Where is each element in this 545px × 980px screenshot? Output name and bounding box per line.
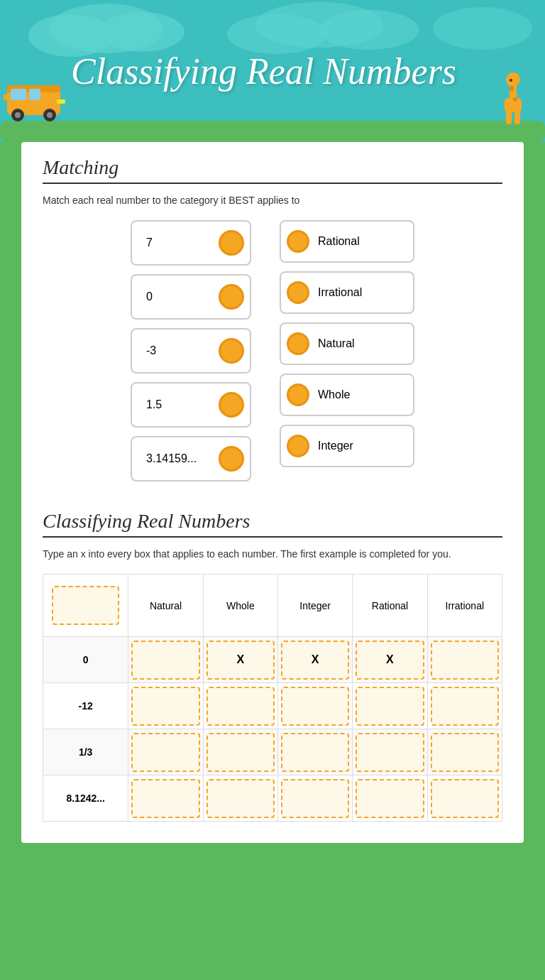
match-box-pi[interactable]: 3.14159... [131, 436, 251, 481]
classify-cell[interactable] [427, 683, 502, 729]
cell-number-0: 0 [43, 637, 128, 683]
match-connector-irrational[interactable] [287, 281, 309, 304]
match-box-rational[interactable]: Rational [280, 220, 414, 263]
classify-cell[interactable] [203, 775, 277, 822]
matching-instructions: Match each real number to the category i… [43, 195, 502, 206]
classify-cell[interactable] [277, 729, 352, 775]
svg-point-16 [47, 112, 53, 118]
match-box-1.5[interactable]: 1.5 [131, 382, 251, 428]
cell-input[interactable] [131, 733, 199, 772]
cell-input[interactable] [131, 641, 199, 680]
table-row: 0XXX [43, 637, 502, 683]
classify-cell[interactable]: X [277, 637, 352, 683]
classifying-instructions: Type an x into every box that applies to… [43, 548, 502, 560]
cell-input[interactable] [207, 779, 275, 818]
classify-cell[interactable] [427, 729, 502, 775]
cell-input[interactable] [356, 733, 424, 772]
classifying-section: Classifying Real Numbers Type an x into … [43, 510, 502, 822]
match-item-whole: Whole [280, 374, 414, 416]
cell-input[interactable] [356, 687, 424, 726]
header-rational: Rational [353, 575, 427, 637]
classify-cell[interactable] [128, 683, 203, 729]
classify-cell[interactable] [128, 729, 203, 775]
svg-point-3 [99, 12, 185, 52]
match-item-7: 7 [131, 220, 251, 266]
match-box-7[interactable]: 7 [131, 220, 251, 266]
cell-input[interactable]: X [356, 641, 424, 680]
match-connector-7[interactable] [219, 230, 244, 256]
svg-point-27 [510, 86, 514, 92]
classify-cell[interactable] [128, 637, 203, 683]
header-rational-label: Rational [372, 600, 408, 611]
header-natural: Natural [128, 575, 203, 637]
classify-cell[interactable]: X [203, 637, 277, 683]
match-connector-integer[interactable] [287, 435, 309, 457]
match-connector-0[interactable] [219, 284, 244, 310]
classify-cell[interactable] [203, 683, 277, 729]
cell-number-1/3: 1/3 [43, 729, 128, 775]
cell-input[interactable] [431, 687, 499, 726]
header-irrational-label: Irrational [446, 600, 484, 611]
match-item-0: 0 [131, 274, 251, 320]
match-value-1.5: 1.5 [146, 398, 162, 411]
classify-cell[interactable]: X [353, 637, 427, 683]
cell-input[interactable] [207, 687, 275, 726]
table-header-row: Natural Whole Integer Rational Irrationa… [43, 575, 502, 637]
table-row: 8.1242... [43, 775, 502, 822]
svg-rect-17 [4, 94, 7, 100]
classify-cell[interactable] [203, 729, 277, 775]
matching-right-column: Rational Irrational Natu [280, 220, 414, 481]
cell-input[interactable] [431, 733, 499, 772]
match-box-integer[interactable]: Integer [280, 425, 414, 467]
match-box-natural[interactable]: Natural [280, 322, 414, 365]
cell-input[interactable] [131, 779, 199, 818]
cell-input[interactable] [281, 779, 349, 818]
classify-cell[interactable] [353, 683, 427, 729]
match-item-irrational: Irrational [280, 271, 414, 314]
match-connector-pi[interactable] [219, 446, 244, 472]
match-item-natural: Natural [280, 322, 414, 365]
header-integer: Integer [277, 575, 352, 637]
classify-cell[interactable] [353, 775, 427, 822]
cell-input[interactable] [281, 687, 349, 726]
match-box-neg3[interactable]: -3 [131, 328, 251, 374]
svg-point-14 [15, 112, 21, 118]
cell-input[interactable] [131, 687, 199, 726]
match-connector-whole[interactable] [287, 383, 309, 406]
classify-cell[interactable] [277, 683, 352, 729]
cell-input[interactable] [356, 779, 424, 818]
match-label-integer: Integer [318, 440, 353, 452]
page-header: Classifying Real Numbers [0, 0, 545, 142]
svg-point-26 [510, 79, 512, 82]
classify-cell[interactable] [427, 775, 502, 822]
match-connector-1.5[interactable] [219, 392, 244, 418]
svg-rect-18 [57, 99, 65, 104]
cell-input[interactable] [431, 641, 499, 680]
cell-input[interactable]: X [207, 641, 275, 680]
classifying-title: Classifying Real Numbers [43, 510, 502, 538]
match-connector-rational[interactable] [287, 230, 309, 253]
header-whole: Whole [203, 575, 277, 637]
match-item-neg3: -3 [131, 328, 251, 374]
svg-point-7 [433, 7, 532, 50]
match-label-irrational: Irrational [318, 286, 362, 299]
match-box-0[interactable]: 0 [131, 274, 251, 320]
cell-input[interactable]: X [281, 641, 349, 680]
match-connector-natural[interactable] [287, 332, 309, 355]
svg-rect-20 [505, 98, 522, 112]
svg-rect-23 [514, 110, 520, 124]
match-box-irrational[interactable]: Irrational [280, 271, 414, 314]
matching-title: Matching [43, 156, 502, 184]
classify-cell[interactable] [128, 775, 203, 822]
classify-cell[interactable] [353, 729, 427, 775]
match-connector-neg3[interactable] [219, 338, 244, 364]
cell-input[interactable] [281, 733, 349, 772]
cell-input[interactable] [207, 733, 275, 772]
cell-input[interactable] [431, 779, 499, 818]
classify-cell[interactable] [427, 637, 502, 683]
svg-point-5 [227, 14, 326, 54]
classify-cell[interactable] [277, 775, 352, 822]
match-box-whole[interactable]: Whole [280, 374, 414, 416]
match-item-rational: Rational [280, 220, 414, 263]
match-label-rational: Rational [318, 235, 360, 248]
